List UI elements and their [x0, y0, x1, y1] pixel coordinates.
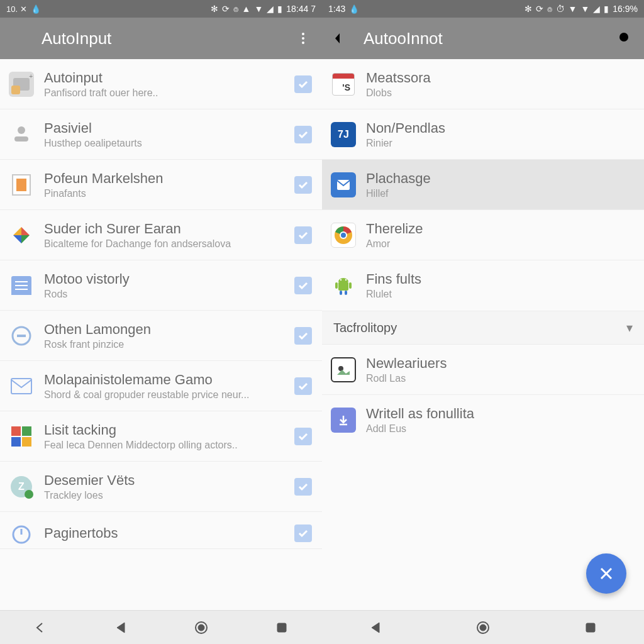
item-title: Lisit tacking [44, 422, 284, 438]
back-button[interactable] [331, 28, 351, 48]
list-item[interactable]: Molapainistolemame GamoShord & coal grop… [0, 361, 322, 411]
svg-point-18 [340, 279, 341, 280]
list-item[interactable]: Writell as fonullitaAddl Eus [322, 395, 644, 445]
svg-point-19 [345, 279, 347, 280]
status-left-text: 10. ✕ [6, 4, 27, 14]
check-icon [297, 481, 309, 492]
search-button[interactable] [615, 28, 635, 48]
item-title: Plachasge [366, 170, 634, 187]
app-icon [331, 273, 356, 298]
nav-home[interactable] [470, 615, 496, 640]
item-subtitle: Rlulet [366, 289, 634, 300]
svg-rect-27 [586, 623, 595, 632]
item-subtitle: Rinier [366, 138, 634, 149]
list-item[interactable]: NewleariuersRodl Las [322, 345, 644, 395]
list-item[interactable]: Motoo vistorlyRods [0, 260, 322, 311]
nav-back[interactable] [363, 615, 388, 640]
check-icon [297, 330, 309, 341]
section-header[interactable]: Tacfrolitopy ▾ [322, 311, 644, 345]
svg-point-16 [341, 233, 346, 238]
list-item[interactable]: 'S MeatssoraDlobs [322, 59, 644, 109]
list-item[interactable]: Lisit tackingFeal leca Dennen Middectorp… [0, 411, 322, 462]
check-icon [297, 280, 309, 291]
app-icon [9, 122, 34, 147]
person-icon [11, 124, 32, 145]
nav-extra-back[interactable] [28, 615, 53, 640]
drop-icon: 💧 [31, 4, 41, 14]
chrome-icon [334, 226, 353, 245]
list-item[interactable]: 7J Non/PendlasRinier [322, 109, 644, 160]
item-subtitle: Rodl Las [366, 373, 634, 384]
nav-back[interactable] [108, 615, 133, 640]
svg-rect-20 [335, 282, 338, 289]
checkbox[interactable] [294, 277, 312, 294]
item-subtitle: Shord & coal gropuder reustable prvice n… [44, 389, 284, 401]
item-title: Motoo vistorly [44, 271, 284, 287]
app-icon [331, 172, 356, 197]
battery-icon: ▮ [277, 4, 282, 14]
status-bar: 1:43 💧 ✻ ⟳ ⌾ ⏱ ▼ ▼ ◢ ▮ 16:9% [322, 0, 644, 18]
checkbox[interactable] [294, 176, 312, 194]
item-title: Autoinput [44, 70, 284, 86]
item-subtitle: Panfisord traft ouer here.. [44, 87, 284, 99]
status-time: 18:44 7 [286, 4, 316, 14]
item-title: Paginertobs [44, 525, 284, 541]
menu-button[interactable] [9, 28, 29, 48]
list-item[interactable]: Z Desemier VëtsTrackley loes [0, 462, 322, 512]
checkbox[interactable] [294, 126, 312, 143]
item-title: Desemier Vëts [44, 472, 284, 489]
app-list: 'S MeatssoraDlobs 7J Non/PendlasRinier P… [322, 59, 644, 610]
phone-left: 10. ✕ 💧 ✻ ⟳ ⌾ ▲ ▼ ◢ ▮ 18:44 7 AutoInput … [0, 0, 322, 644]
drop-icon: 💧 [349, 4, 359, 14]
svg-rect-7 [11, 379, 31, 394]
list-item[interactable]: PlachasgeHillef [322, 160, 644, 210]
checkbox[interactable] [294, 525, 312, 542]
checkbox[interactable] [294, 75, 312, 93]
badge-icon: Z [11, 476, 32, 497]
app-icon [9, 172, 34, 197]
wifi2-icon: ▼ [254, 4, 263, 14]
checkbox[interactable] [294, 377, 312, 395]
list-item[interactable]: Suder ich Surer EaranBicalteme for Dacha… [0, 210, 322, 260]
list-item[interactable]: Othen LamongenRosk frant pinzice [0, 311, 322, 361]
diamond-icon [11, 225, 32, 246]
list-item[interactable]: TherelizeAmor [322, 210, 644, 260]
calendar-icon: 'S [332, 73, 355, 96]
item-subtitle: Hillef [366, 188, 634, 199]
overflow-button[interactable] [293, 28, 313, 48]
svg-rect-17 [338, 282, 348, 291]
list-item[interactable]: Fins fultsRlulet [322, 260, 644, 311]
item-subtitle: Rosk frant pinzice [44, 339, 284, 350]
nav-bar [0, 610, 322, 644]
list-item[interactable]: PasivielHusthep oealipetaurts [0, 109, 322, 160]
item-subtitle: Amor [366, 238, 634, 250]
nav-recent[interactable] [578, 615, 603, 640]
checkbox[interactable] [294, 478, 312, 496]
bluetooth-icon: ✻ [525, 4, 532, 14]
checkbox[interactable] [294, 226, 312, 244]
app-icon [331, 408, 356, 433]
search-icon [617, 30, 633, 47]
app-icon: Z [9, 474, 34, 499]
app-bar: AutooInnot [322, 18, 644, 59]
list-item[interactable]: Paginertobs [0, 512, 322, 549]
fab-close[interactable] [586, 553, 626, 594]
item-title: Molapainistolemame Gamo [44, 372, 284, 388]
nav-bar [322, 610, 644, 644]
checkbox[interactable] [294, 428, 312, 445]
item-subtitle: Feal leca Dennen Middectorp olling actor… [44, 440, 284, 451]
battery-icon: ▮ [604, 4, 609, 14]
nav-recent[interactable] [269, 615, 294, 640]
svg-rect-11 [277, 623, 286, 632]
nav-home[interactable] [189, 615, 214, 640]
list-item[interactable]: + AutoinputPanfisord traft ouer here.. [0, 59, 322, 109]
checkbox[interactable] [294, 327, 312, 345]
item-title: Therelize [366, 221, 634, 237]
list-item[interactable]: Pofeun MarkelshenPinafants [0, 160, 322, 210]
nfc-icon: ⌾ [547, 4, 552, 14]
svg-point-26 [480, 625, 486, 631]
signal-icon: ◢ [593, 4, 600, 14]
app-icon [331, 357, 356, 382]
svg-point-0 [302, 33, 304, 35]
app-icon [9, 273, 34, 298]
